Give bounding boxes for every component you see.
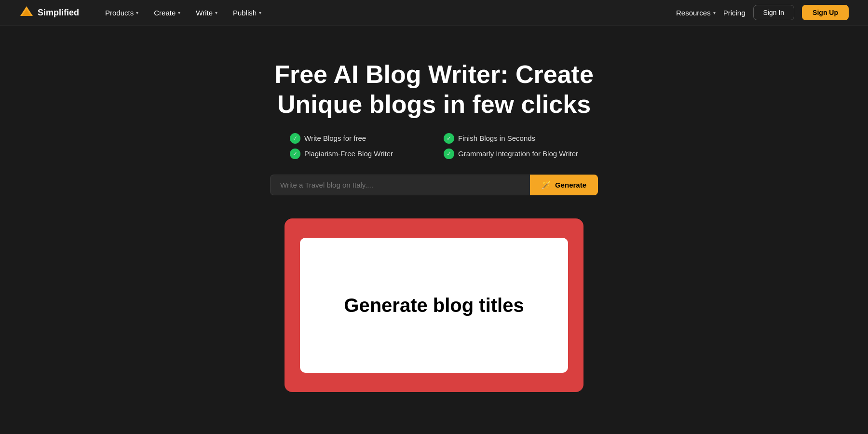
feature-item-1: ✓ Write Blogs for free [290, 133, 424, 144]
create-chevron-icon: ▾ [178, 10, 180, 15]
nav-pricing[interactable]: Pricing [723, 9, 746, 17]
nav-left: Products ▾ Create ▾ Write ▾ Publish ▾ [98, 6, 676, 20]
check-icon-1: ✓ [290, 133, 300, 144]
logo-icon [19, 5, 34, 20]
products-chevron-icon: ▾ [136, 10, 138, 15]
feature-label-4: Grammarly Integration for Blog Writer [458, 149, 578, 158]
main-content: Free AI Blog Writer: Create Unique blogs… [0, 26, 868, 392]
feature-item-3: ✓ Plagiarism-Free Blog Writer [290, 149, 424, 159]
check-icon-2: ✓ [444, 133, 454, 144]
products-label: Products [105, 9, 134, 17]
logo-text: Simplified [38, 8, 79, 18]
nav-products[interactable]: Products ▾ [98, 6, 145, 20]
hero-title: Free AI Blog Writer: Create Unique blogs… [260, 59, 608, 120]
feature-label-1: Write Blogs for free [304, 134, 366, 142]
resources-chevron-icon: ▾ [713, 10, 716, 15]
feature-label-2: Finish Blogs in Seconds [458, 134, 535, 142]
write-label: Write [196, 9, 213, 17]
feature-label-3: Plagiarism-Free Blog Writer [304, 149, 393, 158]
pricing-label: Pricing [723, 9, 746, 17]
search-bar-container: 🪄 Generate [270, 175, 598, 195]
signup-button[interactable]: Sign Up [802, 5, 849, 20]
logo-link[interactable]: Simplified [19, 5, 79, 20]
generate-label: Generate [555, 181, 586, 189]
nav-right: Resources ▾ Pricing Sign In Sign Up [676, 5, 849, 20]
feature-item-4: ✓ Grammarly Integration for Blog Writer [444, 149, 578, 159]
generate-button[interactable]: 🪄 Generate [530, 175, 598, 195]
signin-button[interactable]: Sign In [753, 5, 795, 20]
wand-icon: 🪄 [542, 180, 551, 190]
card-preview: Generate blog titles [285, 218, 583, 392]
search-input[interactable] [270, 175, 530, 195]
create-label: Create [154, 9, 176, 17]
check-icon-4: ✓ [444, 149, 454, 159]
features-grid: ✓ Write Blogs for free ✓ Finish Blogs in… [290, 133, 578, 159]
navbar: Simplified Products ▾ Create ▾ Write ▾ P… [0, 0, 868, 26]
resources-label: Resources [676, 9, 711, 17]
publish-chevron-icon: ▾ [259, 10, 261, 15]
nav-write[interactable]: Write ▾ [189, 6, 224, 20]
nav-resources[interactable]: Resources ▾ [676, 9, 716, 17]
card-inner: Generate blog titles [300, 238, 568, 373]
nav-create[interactable]: Create ▾ [147, 6, 187, 20]
publish-label: Publish [233, 9, 257, 17]
card-text: Generate blog titles [344, 294, 524, 317]
nav-publish[interactable]: Publish ▾ [226, 6, 268, 20]
write-chevron-icon: ▾ [215, 10, 217, 15]
check-icon-3: ✓ [290, 149, 300, 159]
feature-item-2: ✓ Finish Blogs in Seconds [444, 133, 578, 144]
